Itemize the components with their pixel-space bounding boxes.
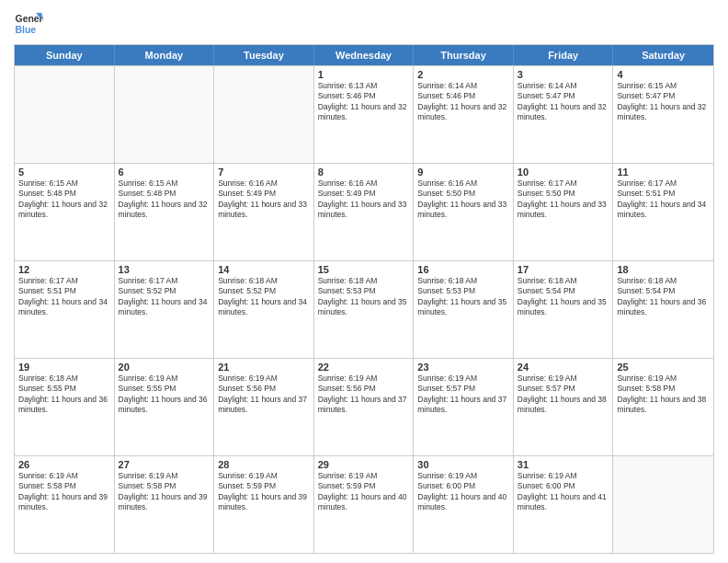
cell-day-number: 16 xyxy=(417,264,509,275)
cell-day-number: 9 xyxy=(417,167,509,178)
calendar-cell: 12Sunrise: 6:17 AMSunset: 5:51 PMDayligh… xyxy=(15,261,115,358)
cell-sun-info: Sunrise: 6:16 AMSunset: 5:50 PMDaylight:… xyxy=(417,178,509,221)
calendar-cell: 19Sunrise: 6:18 AMSunset: 5:55 PMDayligh… xyxy=(15,359,115,455)
logo: General Blue xyxy=(14,9,43,39)
cell-day-number: 6 xyxy=(119,167,210,178)
cell-sun-info: Sunrise: 6:15 AMSunset: 5:48 PMDaylight:… xyxy=(18,178,110,221)
cell-day-number: 19 xyxy=(18,362,110,373)
cell-day-number: 20 xyxy=(119,362,210,373)
cell-day-number: 29 xyxy=(318,459,410,470)
calendar-cell: 20Sunrise: 6:19 AMSunset: 5:55 PMDayligh… xyxy=(115,359,215,455)
cell-day-number: 24 xyxy=(518,362,609,373)
cell-sun-info: Sunrise: 6:19 AMSunset: 5:56 PMDaylight:… xyxy=(218,373,310,416)
cell-sun-info: Sunrise: 6:15 AMSunset: 5:48 PMDaylight:… xyxy=(119,178,210,221)
cell-day-number: 31 xyxy=(518,459,609,470)
cell-day-number: 22 xyxy=(318,362,410,373)
cell-sun-info: Sunrise: 6:19 AMSunset: 5:58 PMDaylight:… xyxy=(617,373,710,416)
header: General Blue xyxy=(14,9,714,39)
cell-day-number: 26 xyxy=(18,459,110,470)
cell-sun-info: Sunrise: 6:17 AMSunset: 5:51 PMDaylight:… xyxy=(18,276,110,318)
cell-sun-info: Sunrise: 6:19 AMSunset: 5:57 PMDaylight:… xyxy=(518,373,609,416)
cell-sun-info: Sunrise: 6:19 AMSunset: 6:00 PMDaylight:… xyxy=(518,471,609,513)
cell-sun-info: Sunrise: 6:19 AMSunset: 5:56 PMDaylight:… xyxy=(318,373,410,416)
calendar-cell: 4Sunrise: 6:15 AMSunset: 5:47 PMDaylight… xyxy=(613,66,713,163)
cell-sun-info: Sunrise: 6:16 AMSunset: 5:49 PMDaylight:… xyxy=(218,178,310,221)
day-header-sunday: Sunday xyxy=(15,45,115,65)
cell-day-number: 8 xyxy=(318,167,410,178)
calendar-cell: 26Sunrise: 6:19 AMSunset: 5:58 PMDayligh… xyxy=(15,456,115,553)
cell-day-number: 5 xyxy=(18,167,110,178)
cell-sun-info: Sunrise: 6:16 AMSunset: 5:49 PMDaylight:… xyxy=(318,178,410,221)
day-header-saturday: Saturday xyxy=(613,45,713,65)
calendar-cell: 1Sunrise: 6:13 AMSunset: 5:46 PMDaylight… xyxy=(314,66,415,163)
cell-sun-info: Sunrise: 6:19 AMSunset: 5:58 PMDaylight:… xyxy=(119,471,210,513)
cell-day-number: 18 xyxy=(617,264,710,275)
calendar-cell xyxy=(613,456,713,553)
cell-day-number: 7 xyxy=(218,167,310,178)
calendar-cell: 5Sunrise: 6:15 AMSunset: 5:48 PMDaylight… xyxy=(15,164,115,260)
cell-day-number: 30 xyxy=(417,459,509,470)
calendar-cell: 7Sunrise: 6:16 AMSunset: 5:49 PMDaylight… xyxy=(214,164,314,260)
cell-day-number: 15 xyxy=(318,264,410,275)
calendar-row-3: 12Sunrise: 6:17 AMSunset: 5:51 PMDayligh… xyxy=(15,260,713,358)
cell-sun-info: Sunrise: 6:18 AMSunset: 5:52 PMDaylight:… xyxy=(218,276,310,318)
cell-day-number: 25 xyxy=(617,362,710,373)
cell-sun-info: Sunrise: 6:19 AMSunset: 5:59 PMDaylight:… xyxy=(318,471,410,513)
cell-day-number: 12 xyxy=(18,264,110,275)
cell-sun-info: Sunrise: 6:17 AMSunset: 5:50 PMDaylight:… xyxy=(518,178,609,221)
day-header-thursday: Thursday xyxy=(414,45,514,65)
calendar-cell: 17Sunrise: 6:18 AMSunset: 5:54 PMDayligh… xyxy=(514,261,614,358)
cell-day-number: 13 xyxy=(119,264,210,275)
cell-sun-info: Sunrise: 6:15 AMSunset: 5:47 PMDaylight:… xyxy=(617,81,710,123)
calendar-cell: 22Sunrise: 6:19 AMSunset: 5:56 PMDayligh… xyxy=(314,359,415,455)
calendar-cell: 25Sunrise: 6:19 AMSunset: 5:58 PMDayligh… xyxy=(613,359,713,455)
calendar-cell: 18Sunrise: 6:18 AMSunset: 5:54 PMDayligh… xyxy=(613,261,713,358)
calendar-cell: 14Sunrise: 6:18 AMSunset: 5:52 PMDayligh… xyxy=(214,261,314,358)
cell-day-number: 17 xyxy=(518,264,609,275)
cell-day-number: 4 xyxy=(617,69,710,80)
day-header-friday: Friday xyxy=(514,45,614,65)
calendar-cell: 30Sunrise: 6:19 AMSunset: 6:00 PMDayligh… xyxy=(414,456,514,553)
cell-day-number: 14 xyxy=(218,264,310,275)
cell-sun-info: Sunrise: 6:17 AMSunset: 5:52 PMDaylight:… xyxy=(119,276,210,318)
calendar-body: 1Sunrise: 6:13 AMSunset: 5:46 PMDaylight… xyxy=(15,65,713,553)
cell-day-number: 21 xyxy=(218,362,310,373)
cell-sun-info: Sunrise: 6:18 AMSunset: 5:53 PMDaylight:… xyxy=(318,276,410,318)
calendar-header: SundayMondayTuesdayWednesdayThursdayFrid… xyxy=(15,45,713,65)
calendar-cell xyxy=(115,66,215,163)
calendar-cell: 11Sunrise: 6:17 AMSunset: 5:51 PMDayligh… xyxy=(613,164,713,260)
page: General Blue SundayMondayTuesdayWednesda… xyxy=(0,0,728,563)
day-header-tuesday: Tuesday xyxy=(214,45,314,65)
cell-sun-info: Sunrise: 6:19 AMSunset: 5:58 PMDaylight:… xyxy=(18,471,110,513)
calendar-cell: 10Sunrise: 6:17 AMSunset: 5:50 PMDayligh… xyxy=(514,164,614,260)
calendar-cell: 21Sunrise: 6:19 AMSunset: 5:56 PMDayligh… xyxy=(214,359,314,455)
calendar-row-5: 26Sunrise: 6:19 AMSunset: 5:58 PMDayligh… xyxy=(15,455,713,553)
calendar-cell: 29Sunrise: 6:19 AMSunset: 5:59 PMDayligh… xyxy=(314,456,415,553)
cell-sun-info: Sunrise: 6:18 AMSunset: 5:55 PMDaylight:… xyxy=(18,373,110,416)
cell-day-number: 27 xyxy=(119,459,210,470)
cell-sun-info: Sunrise: 6:18 AMSunset: 5:54 PMDaylight:… xyxy=(617,276,710,318)
cell-sun-info: Sunrise: 6:19 AMSunset: 5:59 PMDaylight:… xyxy=(218,471,310,513)
cell-sun-info: Sunrise: 6:14 AMSunset: 5:46 PMDaylight:… xyxy=(417,81,509,123)
cell-sun-info: Sunrise: 6:19 AMSunset: 5:57 PMDaylight:… xyxy=(417,373,509,416)
calendar-row-1: 1Sunrise: 6:13 AMSunset: 5:46 PMDaylight… xyxy=(15,65,713,163)
calendar-cell: 6Sunrise: 6:15 AMSunset: 5:48 PMDaylight… xyxy=(115,164,215,260)
calendar-cell xyxy=(214,66,314,163)
day-header-wednesday: Wednesday xyxy=(314,45,415,65)
calendar-cell: 28Sunrise: 6:19 AMSunset: 5:59 PMDayligh… xyxy=(214,456,314,553)
cell-day-number: 3 xyxy=(518,69,609,80)
calendar: SundayMondayTuesdayWednesdayThursdayFrid… xyxy=(14,44,714,554)
cell-sun-info: Sunrise: 6:18 AMSunset: 5:53 PMDaylight:… xyxy=(417,276,509,318)
calendar-cell: 15Sunrise: 6:18 AMSunset: 5:53 PMDayligh… xyxy=(314,261,415,358)
calendar-cell: 27Sunrise: 6:19 AMSunset: 5:58 PMDayligh… xyxy=(115,456,215,553)
calendar-cell xyxy=(15,66,115,163)
cell-day-number: 28 xyxy=(218,459,310,470)
cell-day-number: 1 xyxy=(318,69,410,80)
logo-icon: General Blue xyxy=(14,9,43,39)
calendar-cell: 8Sunrise: 6:16 AMSunset: 5:49 PMDaylight… xyxy=(314,164,415,260)
day-header-monday: Monday xyxy=(115,45,215,65)
cell-day-number: 23 xyxy=(417,362,509,373)
cell-day-number: 11 xyxy=(617,167,710,178)
cell-sun-info: Sunrise: 6:13 AMSunset: 5:46 PMDaylight:… xyxy=(318,81,410,123)
cell-sun-info: Sunrise: 6:14 AMSunset: 5:47 PMDaylight:… xyxy=(518,81,609,123)
